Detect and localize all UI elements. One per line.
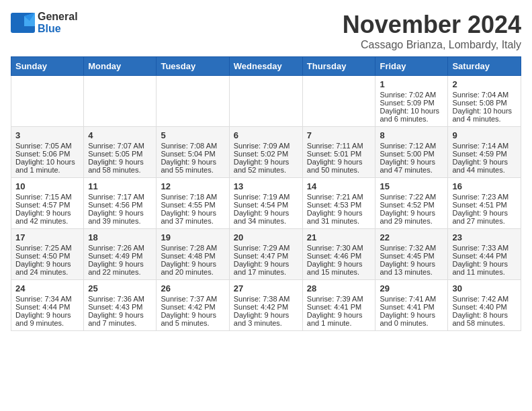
cell-text: Daylight: 9 hours and 24 minutes. bbox=[15, 260, 79, 276]
calendar-body: 1Sunrise: 7:02 AMSunset: 5:09 PMDaylight… bbox=[11, 76, 521, 331]
cell-text: Daylight: 9 hours and 11 minutes. bbox=[452, 260, 517, 276]
calendar-cell: 30Sunrise: 7:42 AMSunset: 4:40 PMDayligh… bbox=[448, 280, 521, 331]
cell-text: Sunset: 4:50 PM bbox=[15, 252, 79, 260]
calendar-cell: 19Sunrise: 7:28 AMSunset: 4:48 PMDayligh… bbox=[157, 229, 229, 280]
month-title: November 2024 bbox=[343, 11, 521, 39]
cell-text: Sunset: 5:00 PM bbox=[380, 150, 443, 158]
cell-text: Sunset: 4:41 PM bbox=[307, 303, 371, 311]
cell-text: Daylight: 9 hours and 31 minutes. bbox=[307, 209, 371, 225]
calendar-cell: 29Sunrise: 7:41 AMSunset: 4:41 PMDayligh… bbox=[375, 280, 448, 331]
calendar-cell: 28Sunrise: 7:39 AMSunset: 4:41 PMDayligh… bbox=[302, 280, 375, 331]
cell-text: Sunrise: 7:29 AM bbox=[234, 244, 298, 252]
calendar-cell: 13Sunrise: 7:19 AMSunset: 4:54 PMDayligh… bbox=[229, 178, 302, 229]
calendar-week-1: 1Sunrise: 7:02 AMSunset: 5:09 PMDaylight… bbox=[11, 76, 521, 127]
cell-text: Sunset: 5:01 PM bbox=[307, 150, 371, 158]
cell-text: Sunset: 4:56 PM bbox=[88, 201, 152, 209]
cell-text: Sunset: 4:44 PM bbox=[15, 303, 79, 311]
day-number: 20 bbox=[234, 232, 298, 242]
calendar-cell: 5Sunrise: 7:08 AMSunset: 5:04 PMDaylight… bbox=[157, 127, 229, 178]
calendar-cell: 22Sunrise: 7:32 AMSunset: 4:45 PMDayligh… bbox=[375, 229, 448, 280]
calendar-cell: 25Sunrise: 7:36 AMSunset: 4:43 PMDayligh… bbox=[84, 280, 157, 331]
cell-text: Sunrise: 7:21 AM bbox=[307, 193, 371, 201]
calendar-cell: 23Sunrise: 7:33 AMSunset: 4:44 PMDayligh… bbox=[448, 229, 521, 280]
cell-text: Daylight: 9 hours and 22 minutes. bbox=[88, 260, 152, 276]
cell-text: Sunset: 5:06 PM bbox=[15, 150, 79, 158]
cell-text: Sunrise: 7:26 AM bbox=[88, 244, 152, 252]
day-number: 28 bbox=[307, 283, 371, 293]
day-number: 18 bbox=[88, 232, 152, 242]
day-number: 6 bbox=[234, 130, 298, 140]
cell-text: Sunrise: 7:41 AM bbox=[380, 295, 443, 303]
cell-text: Sunrise: 7:15 AM bbox=[15, 193, 79, 201]
day-number: 15 bbox=[380, 181, 443, 191]
cell-text: Daylight: 9 hours and 9 minutes. bbox=[15, 311, 79, 327]
calendar-cell bbox=[302, 76, 375, 127]
cell-text: Sunrise: 7:38 AM bbox=[234, 295, 298, 303]
day-number: 26 bbox=[161, 283, 224, 293]
cell-text: Sunrise: 7:39 AM bbox=[307, 295, 371, 303]
cell-text: Sunrise: 7:36 AM bbox=[88, 295, 152, 303]
cell-text: Daylight: 9 hours and 7 minutes. bbox=[88, 311, 152, 327]
cell-text: Sunrise: 7:12 AM bbox=[380, 142, 443, 150]
cell-text: Daylight: 9 hours and 37 minutes. bbox=[161, 209, 224, 225]
cell-text: Sunrise: 7:19 AM bbox=[234, 193, 298, 201]
cell-text: Sunrise: 7:09 AM bbox=[234, 142, 298, 150]
calendar-cell: 18Sunrise: 7:26 AMSunset: 4:49 PMDayligh… bbox=[84, 229, 157, 280]
day-number: 29 bbox=[380, 283, 443, 293]
title-block: November 2024 Cassago Brianza, Lombardy,… bbox=[343, 11, 521, 51]
cell-text: Daylight: 9 hours and 44 minutes. bbox=[452, 158, 517, 174]
calendar-cell: 24Sunrise: 7:34 AMSunset: 4:44 PMDayligh… bbox=[11, 280, 84, 331]
cell-text: Sunrise: 7:17 AM bbox=[88, 193, 152, 201]
weekday-monday: Monday bbox=[84, 57, 157, 76]
cell-text: Sunset: 4:41 PM bbox=[380, 303, 443, 311]
cell-text: Sunset: 4:55 PM bbox=[161, 201, 224, 209]
cell-text: Daylight: 9 hours and 13 minutes. bbox=[380, 260, 443, 276]
cell-text: Daylight: 9 hours and 39 minutes. bbox=[88, 209, 152, 225]
weekday-sunday: Sunday bbox=[11, 57, 84, 76]
cell-text: Daylight: 9 hours and 17 minutes. bbox=[234, 260, 298, 276]
cell-text: Daylight: 9 hours and 47 minutes. bbox=[380, 158, 443, 174]
cell-text: Sunset: 4:49 PM bbox=[88, 252, 152, 260]
day-number: 17 bbox=[15, 232, 79, 242]
day-number: 1 bbox=[380, 79, 443, 89]
day-number: 11 bbox=[88, 181, 152, 191]
day-number: 19 bbox=[161, 232, 224, 242]
cell-text: Sunset: 4:46 PM bbox=[307, 252, 371, 260]
day-number: 25 bbox=[88, 283, 152, 293]
cell-text: Sunrise: 7:28 AM bbox=[161, 244, 224, 252]
cell-text: Daylight: 9 hours and 5 minutes. bbox=[161, 311, 224, 327]
cell-text: Sunrise: 7:22 AM bbox=[380, 193, 443, 201]
calendar-cell: 8Sunrise: 7:12 AMSunset: 5:00 PMDaylight… bbox=[375, 127, 448, 178]
day-number: 21 bbox=[307, 232, 371, 242]
cell-text: Daylight: 9 hours and 1 minute. bbox=[307, 311, 371, 327]
weekday-tuesday: Tuesday bbox=[157, 57, 229, 76]
day-number: 22 bbox=[380, 232, 443, 242]
day-number: 8 bbox=[380, 130, 443, 140]
day-number: 13 bbox=[234, 181, 298, 191]
cell-text: Sunset: 4:48 PM bbox=[161, 252, 224, 260]
day-number: 4 bbox=[88, 130, 152, 140]
day-number: 30 bbox=[452, 283, 517, 293]
weekday-saturday: Saturday bbox=[448, 57, 521, 76]
header: General Blue November 2024 Cassago Brian… bbox=[11, 11, 521, 51]
day-number: 12 bbox=[161, 181, 224, 191]
cell-text: Sunrise: 7:25 AM bbox=[15, 244, 79, 252]
calendar-cell: 14Sunrise: 7:21 AMSunset: 4:53 PMDayligh… bbox=[302, 178, 375, 229]
cell-text: Sunrise: 7:37 AM bbox=[161, 295, 224, 303]
calendar-table: SundayMondayTuesdayWednesdayThursdayFrid… bbox=[11, 56, 521, 331]
calendar-week-4: 17Sunrise: 7:25 AMSunset: 4:50 PMDayligh… bbox=[11, 229, 521, 280]
day-number: 16 bbox=[452, 181, 517, 191]
cell-text: Sunrise: 7:34 AM bbox=[15, 295, 79, 303]
cell-text: Sunset: 4:42 PM bbox=[161, 303, 224, 311]
cell-text: Sunset: 5:09 PM bbox=[380, 99, 443, 107]
cell-text: Sunset: 4:52 PM bbox=[380, 201, 443, 209]
location-title: Cassago Brianza, Lombardy, Italy bbox=[343, 39, 521, 51]
calendar-cell: 17Sunrise: 7:25 AMSunset: 4:50 PMDayligh… bbox=[11, 229, 84, 280]
calendar-week-5: 24Sunrise: 7:34 AMSunset: 4:44 PMDayligh… bbox=[11, 280, 521, 331]
calendar-cell: 9Sunrise: 7:14 AMSunset: 4:59 PMDaylight… bbox=[448, 127, 521, 178]
day-number: 10 bbox=[15, 181, 79, 191]
cell-text: Sunset: 4:54 PM bbox=[234, 201, 298, 209]
day-number: 2 bbox=[452, 79, 517, 89]
cell-text: Sunrise: 7:42 AM bbox=[452, 295, 517, 303]
calendar-cell: 7Sunrise: 7:11 AMSunset: 5:01 PMDaylight… bbox=[302, 127, 375, 178]
